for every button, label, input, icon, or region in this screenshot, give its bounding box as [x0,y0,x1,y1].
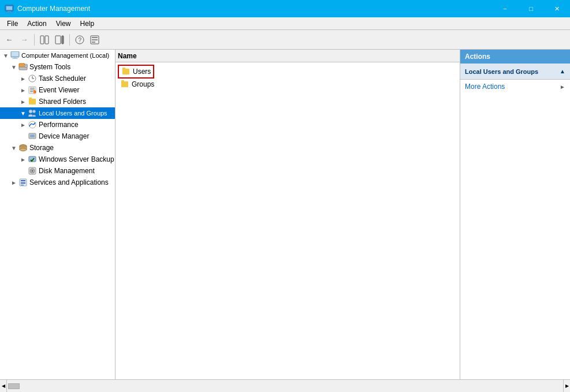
groups-label: Groups [132,80,154,88]
disk-management-label: Disk Management [39,167,95,175]
maximize-button[interactable]: □ [518,0,544,17]
svg-point-21 [25,65,27,66]
show-console-tree-button[interactable] [38,33,51,47]
console-tree-icon [40,35,49,44]
menu-view[interactable]: View [51,18,76,29]
expand-shared-folders[interactable]: ► [18,99,28,105]
center-content: Users Groups [116,62,460,379]
shared-folders-icon [28,97,37,106]
groups-row[interactable]: Groups [118,79,157,90]
center-header: Name [116,50,460,62]
actions-panel: Actions Local Users and Groups ▲ More Ac… [460,50,570,379]
help-icon: ? [75,35,84,44]
scroll-right-button[interactable]: ▶ [563,380,570,393]
performance-icon [28,120,37,129]
system-tools-icon [18,62,28,72]
shared-folders-label: Shared Folders [39,98,86,106]
system-tools-label: System Tools [29,63,70,71]
svg-rect-46 [21,185,24,185]
svg-point-31 [29,110,32,113]
local-users-groups-label: Local Users and Groups [39,110,107,117]
expand-device-manager[interactable]: ► [18,133,28,140]
scroll-left-button[interactable]: ◀ [0,380,7,393]
groups-folder-icon [120,80,129,89]
menu-help[interactable]: Help [76,18,99,29]
scroll-right-icon: ▶ [565,383,569,389]
tree-node-computer-management[interactable]: ▼ Computer Management (Local) [0,50,115,61]
tree-node-system-tools[interactable]: ▼ System Tools [0,61,115,73]
expand-local-users-groups[interactable]: ▼ [18,110,28,117]
tree-node-storage[interactable]: ▼ Storage [0,142,115,154]
forward-button[interactable]: → [17,33,31,47]
tree-node-performance[interactable]: ► Performance [0,119,115,130]
expand-performance[interactable]: ► [18,122,28,128]
tree-node-event-viewer[interactable]: ► ! Event Viewer [0,84,115,96]
tree-node-task-scheduler[interactable]: ► Task Scheduler [0,73,115,84]
windows-server-backup-label: Windows Server Backup [39,155,114,163]
title-bar: Computer Management − □ ✕ [0,0,570,17]
users-row[interactable]: Users [118,65,154,79]
tree-node-disk-management[interactable]: ► Disk Management [0,165,115,177]
task-scheduler-icon [28,74,37,83]
menu-file[interactable]: File [2,18,23,29]
expand-computer-management[interactable]: ▼ [1,53,10,59]
menu-action[interactable]: Action [23,18,51,29]
window-controls: − □ ✕ [492,0,570,17]
properties-icon [90,35,99,44]
minimize-button[interactable]: − [492,0,518,17]
expand-system-tools[interactable]: ▼ [9,64,18,70]
expand-event-viewer[interactable]: ► [18,87,28,94]
more-actions-arrow: ► [560,84,565,90]
tree-node-device-manager[interactable]: ► Device Manager [0,130,115,142]
event-viewer-icon: ! [28,85,37,95]
status-scrollbar-thumb[interactable] [8,383,20,389]
tree-node-local-users-groups[interactable]: ▼ Local Users and Groups [0,107,115,119]
users-label: Users [133,68,151,76]
actions-section-title[interactable]: Local Users and Groups ▲ [460,64,570,80]
svg-point-42 [32,170,33,172]
help-button[interactable]: ? [73,33,87,47]
more-actions-item[interactable]: More Actions ► [460,80,570,94]
svg-rect-5 [45,36,49,44]
expand-storage[interactable]: ▼ [9,145,18,151]
actions-header: Actions [460,50,570,64]
storage-icon [18,143,28,152]
toolbar-separator-1 [34,34,35,46]
app-icon [5,4,14,13]
svg-rect-1 [6,6,12,10]
expand-disk-management[interactable]: ► [18,168,28,174]
title-bar-left: Computer Management [5,4,90,13]
back-button[interactable]: ← [2,33,16,47]
local-users-groups-icon [28,109,37,118]
name-column-header: Name [118,52,137,60]
scroll-left-icon: ◀ [2,383,5,389]
close-button[interactable]: ✕ [544,0,570,17]
performance-label: Performance [39,121,79,129]
action-pane-button[interactable] [53,33,66,47]
more-actions-label: More Actions [465,83,505,91]
svg-point-38 [20,148,27,151]
menu-bar: File Action View Help [0,17,570,30]
svg-text:?: ? [79,37,82,43]
expand-services-applications[interactable]: ► [9,180,18,186]
action-pane-icon [55,35,64,44]
task-scheduler-label: Task Scheduler [39,74,86,83]
tree-node-windows-server-backup[interactable]: ► Windows Server Backup [0,154,115,165]
disk-management-icon [28,166,37,176]
svg-rect-35 [30,135,35,137]
status-bar: ◀ ▶ [0,379,570,392]
tree-node-shared-folders[interactable]: ► Shared Folders [0,96,115,107]
actions-header-label: Actions [465,53,490,61]
tree-node-services-applications[interactable]: ► Services and Applications [0,177,115,188]
windows-server-backup-icon [28,155,37,164]
svg-rect-2 [8,11,11,12]
status-scrollbar-track[interactable] [7,380,563,393]
expand-task-scheduler[interactable]: ► [18,76,28,82]
expand-windows-server-backup[interactable]: ► [18,156,28,163]
properties-button[interactable] [88,33,102,47]
toolbar-separator-2 [69,34,70,46]
svg-rect-6 [55,36,61,44]
users-folder-icon [121,67,131,76]
svg-rect-15 [12,52,18,56]
svg-text:!: ! [34,91,35,94]
